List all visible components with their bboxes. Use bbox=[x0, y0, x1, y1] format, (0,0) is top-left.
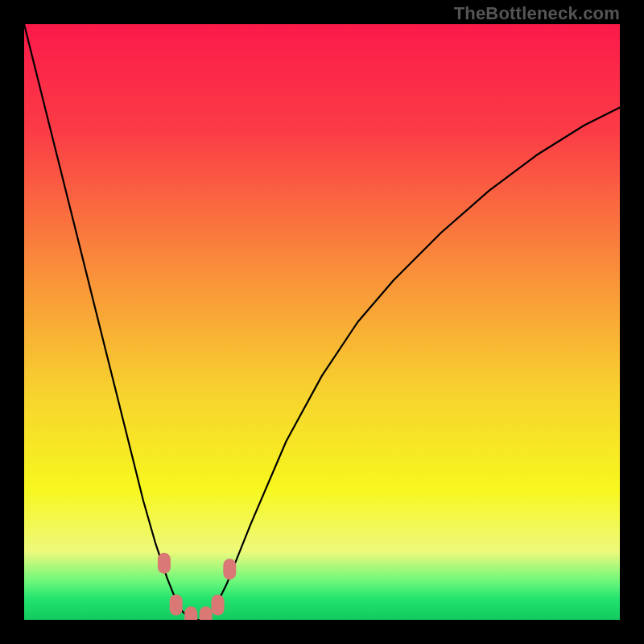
curve-marker bbox=[158, 553, 171, 574]
curve-marker bbox=[200, 606, 213, 620]
watermark-text: TheBottleneck.com bbox=[454, 3, 620, 24]
curve-marker bbox=[212, 595, 225, 616]
chart-frame: TheBottleneck.com bbox=[0, 0, 644, 644]
curve-marker bbox=[184, 606, 197, 620]
curve-layer bbox=[24, 24, 620, 620]
curve-marker bbox=[170, 595, 183, 616]
curve-marker bbox=[223, 559, 236, 580]
bottleneck-curve bbox=[24, 24, 620, 620]
plot-area bbox=[24, 24, 620, 620]
